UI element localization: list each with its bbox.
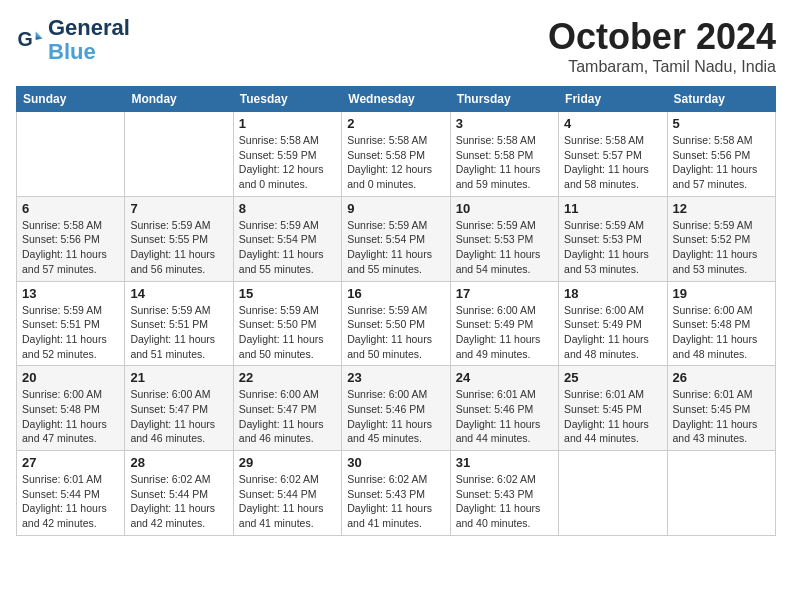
day-cell-17: 17Sunrise: 6:00 AMSunset: 5:49 PMDayligh… <box>450 281 558 366</box>
day-cell-8: 8Sunrise: 5:59 AMSunset: 5:54 PMDaylight… <box>233 196 341 281</box>
day-number: 5 <box>673 116 770 131</box>
day-number: 9 <box>347 201 444 216</box>
weekday-header-sunday: Sunday <box>17 87 125 112</box>
day-number: 19 <box>673 286 770 301</box>
day-number: 29 <box>239 455 336 470</box>
day-info: Sunrise: 5:59 AMSunset: 5:55 PMDaylight:… <box>130 218 227 277</box>
day-number: 26 <box>673 370 770 385</box>
day-info: Sunrise: 5:59 AMSunset: 5:54 PMDaylight:… <box>239 218 336 277</box>
day-cell-3: 3Sunrise: 5:58 AMSunset: 5:58 PMDaylight… <box>450 112 558 197</box>
day-cell-16: 16Sunrise: 5:59 AMSunset: 5:50 PMDayligh… <box>342 281 450 366</box>
day-cell-13: 13Sunrise: 5:59 AMSunset: 5:51 PMDayligh… <box>17 281 125 366</box>
day-number: 30 <box>347 455 444 470</box>
day-info: Sunrise: 6:01 AMSunset: 5:44 PMDaylight:… <box>22 472 119 531</box>
page-header: G GeneralBlue October 2024 Tambaram, Tam… <box>16 16 776 76</box>
day-number: 7 <box>130 201 227 216</box>
weekday-header-monday: Monday <box>125 87 233 112</box>
location-title: Tambaram, Tamil Nadu, India <box>548 58 776 76</box>
day-info: Sunrise: 5:59 AMSunset: 5:50 PMDaylight:… <box>239 303 336 362</box>
calendar-table: SundayMondayTuesdayWednesdayThursdayFrid… <box>16 86 776 536</box>
day-info: Sunrise: 5:58 AMSunset: 5:56 PMDaylight:… <box>673 133 770 192</box>
day-cell-14: 14Sunrise: 5:59 AMSunset: 5:51 PMDayligh… <box>125 281 233 366</box>
day-info: Sunrise: 5:59 AMSunset: 5:54 PMDaylight:… <box>347 218 444 277</box>
empty-cell <box>17 112 125 197</box>
day-cell-7: 7Sunrise: 5:59 AMSunset: 5:55 PMDaylight… <box>125 196 233 281</box>
day-number: 2 <box>347 116 444 131</box>
day-number: 18 <box>564 286 661 301</box>
day-number: 1 <box>239 116 336 131</box>
day-info: Sunrise: 6:02 AMSunset: 5:44 PMDaylight:… <box>130 472 227 531</box>
empty-cell <box>125 112 233 197</box>
day-cell-18: 18Sunrise: 6:00 AMSunset: 5:49 PMDayligh… <box>559 281 667 366</box>
day-number: 25 <box>564 370 661 385</box>
day-cell-26: 26Sunrise: 6:01 AMSunset: 5:45 PMDayligh… <box>667 366 775 451</box>
day-number: 11 <box>564 201 661 216</box>
week-row-5: 27Sunrise: 6:01 AMSunset: 5:44 PMDayligh… <box>17 451 776 536</box>
empty-cell <box>559 451 667 536</box>
day-cell-5: 5Sunrise: 5:58 AMSunset: 5:56 PMDaylight… <box>667 112 775 197</box>
day-info: Sunrise: 6:02 AMSunset: 5:43 PMDaylight:… <box>347 472 444 531</box>
day-number: 4 <box>564 116 661 131</box>
day-cell-9: 9Sunrise: 5:59 AMSunset: 5:54 PMDaylight… <box>342 196 450 281</box>
day-info: Sunrise: 6:00 AMSunset: 5:49 PMDaylight:… <box>456 303 553 362</box>
title-area: October 2024 Tambaram, Tamil Nadu, India <box>548 16 776 76</box>
day-info: Sunrise: 5:59 AMSunset: 5:51 PMDaylight:… <box>22 303 119 362</box>
day-cell-20: 20Sunrise: 6:00 AMSunset: 5:48 PMDayligh… <box>17 366 125 451</box>
day-info: Sunrise: 6:02 AMSunset: 5:43 PMDaylight:… <box>456 472 553 531</box>
day-number: 27 <box>22 455 119 470</box>
day-cell-10: 10Sunrise: 5:59 AMSunset: 5:53 PMDayligh… <box>450 196 558 281</box>
day-number: 16 <box>347 286 444 301</box>
day-number: 17 <box>456 286 553 301</box>
day-cell-23: 23Sunrise: 6:00 AMSunset: 5:46 PMDayligh… <box>342 366 450 451</box>
weekday-header-thursday: Thursday <box>450 87 558 112</box>
day-cell-28: 28Sunrise: 6:02 AMSunset: 5:44 PMDayligh… <box>125 451 233 536</box>
day-number: 24 <box>456 370 553 385</box>
day-cell-4: 4Sunrise: 5:58 AMSunset: 5:57 PMDaylight… <box>559 112 667 197</box>
day-number: 28 <box>130 455 227 470</box>
day-cell-12: 12Sunrise: 5:59 AMSunset: 5:52 PMDayligh… <box>667 196 775 281</box>
week-row-2: 6Sunrise: 5:58 AMSunset: 5:56 PMDaylight… <box>17 196 776 281</box>
day-cell-1: 1Sunrise: 5:58 AMSunset: 5:59 PMDaylight… <box>233 112 341 197</box>
day-number: 8 <box>239 201 336 216</box>
day-info: Sunrise: 5:58 AMSunset: 5:59 PMDaylight:… <box>239 133 336 192</box>
day-info: Sunrise: 6:00 AMSunset: 5:48 PMDaylight:… <box>22 387 119 446</box>
day-info: Sunrise: 5:58 AMSunset: 5:57 PMDaylight:… <box>564 133 661 192</box>
day-cell-6: 6Sunrise: 5:58 AMSunset: 5:56 PMDaylight… <box>17 196 125 281</box>
day-info: Sunrise: 6:00 AMSunset: 5:46 PMDaylight:… <box>347 387 444 446</box>
day-number: 20 <box>22 370 119 385</box>
day-cell-2: 2Sunrise: 5:58 AMSunset: 5:58 PMDaylight… <box>342 112 450 197</box>
day-info: Sunrise: 5:58 AMSunset: 5:58 PMDaylight:… <box>347 133 444 192</box>
weekday-header-wednesday: Wednesday <box>342 87 450 112</box>
day-number: 12 <box>673 201 770 216</box>
logo: G GeneralBlue <box>16 16 130 64</box>
day-info: Sunrise: 5:59 AMSunset: 5:51 PMDaylight:… <box>130 303 227 362</box>
day-cell-22: 22Sunrise: 6:00 AMSunset: 5:47 PMDayligh… <box>233 366 341 451</box>
day-info: Sunrise: 6:00 AMSunset: 5:47 PMDaylight:… <box>239 387 336 446</box>
day-info: Sunrise: 5:58 AMSunset: 5:56 PMDaylight:… <box>22 218 119 277</box>
empty-cell <box>667 451 775 536</box>
day-cell-21: 21Sunrise: 6:00 AMSunset: 5:47 PMDayligh… <box>125 366 233 451</box>
weekday-header-friday: Friday <box>559 87 667 112</box>
week-row-3: 13Sunrise: 5:59 AMSunset: 5:51 PMDayligh… <box>17 281 776 366</box>
day-number: 23 <box>347 370 444 385</box>
day-info: Sunrise: 6:01 AMSunset: 5:45 PMDaylight:… <box>673 387 770 446</box>
day-cell-31: 31Sunrise: 6:02 AMSunset: 5:43 PMDayligh… <box>450 451 558 536</box>
weekday-header-saturday: Saturday <box>667 87 775 112</box>
weekday-header-tuesday: Tuesday <box>233 87 341 112</box>
day-info: Sunrise: 5:59 AMSunset: 5:50 PMDaylight:… <box>347 303 444 362</box>
day-number: 21 <box>130 370 227 385</box>
day-number: 15 <box>239 286 336 301</box>
svg-text:G: G <box>17 28 32 50</box>
day-number: 13 <box>22 286 119 301</box>
day-info: Sunrise: 5:59 AMSunset: 5:52 PMDaylight:… <box>673 218 770 277</box>
day-info: Sunrise: 6:00 AMSunset: 5:49 PMDaylight:… <box>564 303 661 362</box>
day-cell-25: 25Sunrise: 6:01 AMSunset: 5:45 PMDayligh… <box>559 366 667 451</box>
day-cell-19: 19Sunrise: 6:00 AMSunset: 5:48 PMDayligh… <box>667 281 775 366</box>
day-info: Sunrise: 6:01 AMSunset: 5:46 PMDaylight:… <box>456 387 553 446</box>
day-cell-27: 27Sunrise: 6:01 AMSunset: 5:44 PMDayligh… <box>17 451 125 536</box>
week-row-1: 1Sunrise: 5:58 AMSunset: 5:59 PMDaylight… <box>17 112 776 197</box>
day-info: Sunrise: 6:00 AMSunset: 5:47 PMDaylight:… <box>130 387 227 446</box>
weekday-header-row: SundayMondayTuesdayWednesdayThursdayFrid… <box>17 87 776 112</box>
day-number: 10 <box>456 201 553 216</box>
day-cell-15: 15Sunrise: 5:59 AMSunset: 5:50 PMDayligh… <box>233 281 341 366</box>
